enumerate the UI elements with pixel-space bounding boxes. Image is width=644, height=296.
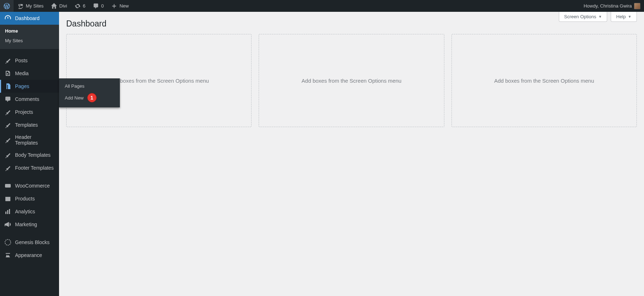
chevron-down-icon: ▼ (628, 15, 631, 19)
flyout-item-add-new[interactable]: Add New 1 (59, 91, 120, 105)
sidebar-item-header-templates[interactable]: Header Templates (0, 131, 59, 149)
network-icon (17, 3, 24, 9)
page-title: Dashboard (66, 12, 637, 34)
pin-icon (4, 57, 11, 64)
sidebar-item-templates[interactable]: Templates (0, 118, 59, 131)
woocommerce-icon (4, 182, 11, 189)
metabox-placeholder: Add boxes from the Screen Options menu (452, 34, 637, 127)
sidebar-item-woocommerce[interactable]: WooCommerce (0, 179, 59, 192)
sidebar-item-label: Genesis Blocks (15, 239, 49, 245)
pin-icon (4, 151, 11, 159)
main-content: Screen Options ▼ Help ▼ Dashboard Add bo… (59, 12, 644, 296)
svg-rect-5 (9, 209, 10, 214)
comments-icon (93, 3, 99, 9)
admin-bar-user-greeting[interactable]: Howdy, Christina Gwira (580, 0, 644, 12)
admin-bar-comments-count: 0 (101, 3, 104, 9)
updates-icon (74, 3, 81, 9)
sidebar-item-label: Projects (15, 109, 33, 115)
sidebar-item-label: Analytics (15, 209, 35, 214)
sidebar-item-comments[interactable]: Comments (0, 93, 59, 106)
sidebar-item-label: Marketing (15, 222, 37, 227)
sidebar-item-label: Comments (15, 96, 39, 102)
screen-options-label: Screen Options (564, 14, 596, 19)
dashboard-widgets: Add boxes from the Screen Options menu A… (66, 34, 637, 127)
sidebar-item-label: Dashboard (15, 15, 40, 21)
admin-bar-my-sites-label: My Sites (26, 3, 44, 9)
sidebar-item-dashboard[interactable]: Dashboard (0, 12, 59, 25)
svg-point-6 (5, 239, 11, 245)
help-button[interactable]: Help ▼ (611, 12, 637, 22)
admin-bar-my-sites[interactable]: My Sites (14, 0, 47, 12)
annotation-badge: 1 (87, 93, 97, 102)
pin-icon (4, 121, 11, 128)
admin-bar-updates-count: 6 (83, 3, 86, 9)
admin-bar-new-label: New (119, 3, 129, 9)
flyout-item-all-pages[interactable]: All Pages (59, 81, 120, 91)
flyout-item-label: Add New (65, 95, 84, 101)
appearance-icon (4, 252, 11, 259)
sidebar-item-label: Body Templates (15, 152, 50, 158)
wp-logo[interactable] (0, 0, 14, 12)
sidebar-item-media[interactable]: Media (0, 67, 59, 80)
svg-rect-3 (5, 212, 6, 214)
sidebar-item-label: Media (15, 71, 29, 76)
sidebar-item-label: Templates (15, 122, 38, 128)
screen-options-button[interactable]: Screen Options ▼ (559, 12, 608, 22)
metabox-placeholder: Add boxes from the Screen Options menu (259, 34, 444, 127)
sidebar-item-label: Header Templates (15, 134, 55, 146)
sidebar-item-label: WooCommerce (15, 183, 50, 189)
placeholder-text: Add boxes from the Screen Options menu (109, 78, 209, 84)
media-icon (4, 70, 11, 77)
products-icon (4, 195, 11, 202)
sidebar-item-label: Posts (15, 58, 28, 63)
sidebar-item-appearance[interactable]: Appearance (0, 249, 59, 262)
sidebar-item-label: Pages (15, 83, 29, 89)
sidebar-item-footer-templates[interactable]: Footer Templates (0, 161, 59, 174)
flyout-item-label: All Pages (65, 83, 84, 89)
admin-bar-site-name-label: Divi (59, 3, 67, 9)
comments-icon (4, 96, 11, 103)
dashboard-submenu: Home My Sites (0, 25, 59, 49)
svg-rect-4 (7, 210, 8, 214)
help-label: Help (616, 14, 626, 19)
megaphone-icon (4, 221, 11, 228)
home-icon (51, 3, 57, 9)
admin-bar-comments[interactable]: 0 (89, 0, 107, 12)
svg-rect-2 (5, 197, 10, 198)
sidebar-item-analytics[interactable]: Analytics (0, 205, 59, 218)
admin-bar-greeting-text: Howdy, Christina Gwira (584, 3, 632, 9)
sidebar-item-products[interactable]: Products (0, 192, 59, 205)
plus-icon (111, 3, 117, 9)
admin-bar-site-name[interactable]: Divi (47, 0, 71, 12)
avatar (634, 3, 640, 9)
screen-meta-tabs: Screen Options ▼ Help ▼ (559, 12, 637, 22)
pin-icon (4, 136, 11, 144)
admin-bar: My Sites Divi 6 0 New (0, 0, 644, 12)
admin-bar-updates[interactable]: 6 (71, 0, 89, 12)
chevron-down-icon: ▼ (598, 15, 602, 19)
dashboard-icon (4, 15, 11, 22)
sidebar-item-label: Products (15, 196, 35, 202)
sidebar-item-marketing[interactable]: Marketing (0, 218, 59, 231)
sidebar-item-label: Footer Templates (15, 165, 54, 171)
sidebar-item-projects[interactable]: Projects (0, 106, 59, 118)
pages-flyout: All Pages Add New 1 (59, 78, 120, 107)
blocks-icon (4, 239, 11, 246)
sidebar-item-label: Appearance (15, 252, 42, 258)
svg-rect-0 (5, 184, 11, 188)
submenu-item-my-sites[interactable]: My Sites (0, 36, 59, 45)
wordpress-icon (4, 3, 10, 9)
sidebar-item-posts[interactable]: Posts (0, 54, 59, 67)
placeholder-text: Add boxes from the Screen Options menu (494, 78, 594, 84)
sidebar-item-genesis-blocks[interactable]: Genesis Blocks (0, 236, 59, 249)
pin-icon (4, 164, 11, 171)
admin-bar-new[interactable]: New (107, 0, 132, 12)
sidebar-item-pages[interactable]: Pages (0, 80, 59, 93)
admin-sidebar: Dashboard Home My Sites Posts Media Page… (0, 12, 59, 296)
analytics-icon (4, 208, 11, 215)
placeholder-text: Add boxes from the Screen Options menu (302, 78, 401, 84)
pin-icon (4, 108, 11, 116)
pages-icon (4, 83, 11, 90)
submenu-item-home[interactable]: Home (0, 26, 59, 36)
sidebar-item-body-templates[interactable]: Body Templates (0, 149, 59, 161)
